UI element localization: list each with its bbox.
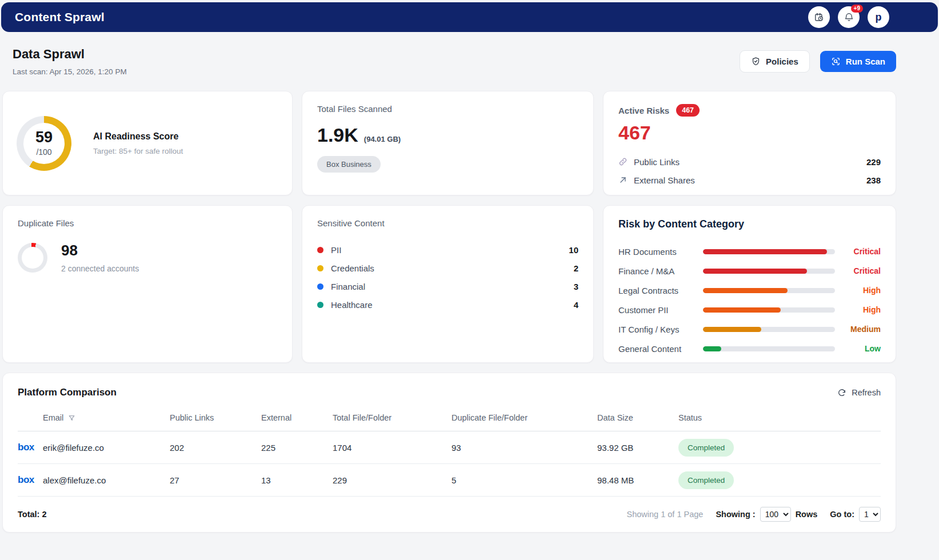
last-scan-text: Last scan: Apr 15, 2026, 1:20 PM bbox=[13, 67, 127, 76]
public-links-row: Public Links 229 bbox=[618, 153, 881, 171]
risk-label: Customer PII bbox=[618, 305, 703, 315]
active-risks-card: Active Risks 467 467 Public Links 229 bbox=[603, 91, 896, 195]
credentials-dot-icon bbox=[317, 265, 323, 271]
sensitive-item-healthcare: Healthcare 4 bbox=[317, 295, 578, 314]
risk-bar bbox=[703, 269, 835, 274]
goto-page-select[interactable]: 1 bbox=[859, 507, 881, 522]
refresh-label: Refresh bbox=[852, 388, 881, 397]
risk-row-finance: Finance / M&A Critical bbox=[618, 261, 881, 281]
risk-row-legal: Legal Contracts High bbox=[618, 281, 881, 300]
column-public-links: Public Links bbox=[170, 413, 261, 422]
risk-bar bbox=[703, 288, 835, 293]
run-scan-button[interactable]: Run Scan bbox=[820, 51, 896, 72]
duplicate-files-card: Duplicate Files 98 2 connected accounts bbox=[2, 205, 293, 363]
nav-actions: +9 p bbox=[808, 6, 889, 28]
public-links-value: 229 bbox=[866, 157, 881, 167]
avatar-initial: p bbox=[876, 11, 882, 23]
cell-total: 229 bbox=[333, 475, 451, 485]
sensitive-item-value: 4 bbox=[574, 300, 578, 310]
external-shares-label: External Shares bbox=[634, 175, 695, 185]
risk-label: Finance / M&A bbox=[618, 266, 703, 276]
link-icon bbox=[618, 157, 628, 166]
run-scan-label: Run Scan bbox=[846, 57, 885, 66]
page-info: Showing 1 of 1 Page bbox=[627, 510, 704, 519]
risk-label: General Content bbox=[618, 344, 703, 354]
platform-comparison-title: Platform Comparison bbox=[18, 387, 117, 398]
scan-icon bbox=[831, 57, 841, 66]
sensitive-item-label: PII bbox=[331, 245, 341, 255]
sensitive-content-card: Sensitive Content PII 10 Credentials 2 F… bbox=[302, 205, 594, 363]
status-badge: Completed bbox=[678, 471, 734, 489]
risk-bar bbox=[703, 327, 835, 332]
cell-duplicate: 5 bbox=[451, 475, 597, 485]
public-links-label: Public Links bbox=[634, 157, 680, 167]
page-header: Data Sprawl Last scan: Apr 15, 2026, 1:2… bbox=[2, 41, 896, 91]
sensitive-item-pii: PII 10 bbox=[317, 241, 578, 259]
sensitive-item-credentials: Credentials 2 bbox=[317, 259, 578, 277]
rows-label: Rows bbox=[796, 510, 818, 519]
sensitive-item-label: Financial bbox=[331, 282, 365, 291]
sensitive-item-value: 2 bbox=[574, 263, 578, 273]
goto-label: Go to: bbox=[830, 510, 854, 519]
cell-data-size: 98.48 MB bbox=[597, 475, 678, 485]
scheduler-button[interactable] bbox=[808, 6, 830, 28]
platform-comparison-card: Platform Comparison Refresh Email bbox=[2, 373, 896, 533]
cell-email: erik@filefuze.co bbox=[43, 443, 170, 453]
rows-per-page-select[interactable]: 100 bbox=[760, 507, 791, 522]
page-title: Data Sprawl bbox=[13, 47, 127, 62]
sensitive-item-financial: Financial 3 bbox=[317, 277, 578, 295]
ai-readiness-card: 59 /100 AI Readiness Score Target: 85+ f… bbox=[2, 91, 293, 195]
column-total-file-folder: Total File/Folder bbox=[333, 413, 451, 422]
risk-label: HR Documents bbox=[618, 247, 703, 257]
refresh-button[interactable]: Refresh bbox=[837, 388, 881, 397]
healthcare-dot-icon bbox=[317, 302, 323, 308]
risk-row-it-config: IT Config / Keys Medium bbox=[618, 319, 881, 339]
risk-category-title: Risk by Content Category bbox=[618, 218, 881, 230]
risk-severity: Critical bbox=[835, 266, 881, 275]
box-logo: box bbox=[18, 474, 34, 485]
shield-check-icon bbox=[751, 57, 761, 66]
total-files-title: Total Files Scanned bbox=[317, 104, 578, 114]
sensitive-item-value: 10 bbox=[569, 245, 578, 255]
ai-score-value: 59 bbox=[35, 130, 53, 145]
risk-bar bbox=[703, 249, 835, 254]
calendar-clock-icon bbox=[814, 12, 825, 23]
notification-badge: +9 bbox=[851, 5, 863, 13]
column-email: Email bbox=[43, 413, 63, 422]
cell-external: 225 bbox=[261, 443, 333, 453]
external-shares-value: 238 bbox=[866, 175, 881, 185]
policies-button[interactable]: Policies bbox=[740, 50, 810, 73]
column-external: External bbox=[261, 413, 333, 422]
sensitive-item-label: Credentials bbox=[331, 263, 374, 273]
column-duplicate-file-folder: Duplicate File/Folder bbox=[451, 413, 597, 422]
showing-label: Showing : bbox=[716, 510, 755, 519]
total-files-card: Total Files Scanned 1.9K (94.01 GB) Box … bbox=[302, 91, 594, 195]
refresh-icon bbox=[837, 388, 846, 397]
main-content: Data Sprawl Last scan: Apr 15, 2026, 1:2… bbox=[0, 32, 939, 533]
total-files-size: (94.01 GB) bbox=[364, 135, 401, 143]
cell-email: alex@filefuze.co bbox=[43, 475, 170, 485]
duplicate-files-donut bbox=[18, 243, 47, 273]
risk-severity: High bbox=[835, 286, 881, 295]
external-share-icon bbox=[618, 175, 628, 185]
risk-row-hr-documents: HR Documents Critical bbox=[618, 242, 881, 261]
external-shares-row: External Shares 238 bbox=[618, 171, 881, 189]
table-header-row: Email Public Links External Total File/F… bbox=[18, 413, 881, 431]
risk-bar bbox=[703, 346, 835, 351]
cell-duplicate: 93 bbox=[451, 443, 597, 453]
sensitive-item-value: 3 bbox=[574, 282, 578, 291]
risk-severity: High bbox=[835, 305, 881, 314]
table-row[interactable]: box alex@filefuze.co 27 13 229 5 98.48 M… bbox=[18, 464, 881, 497]
sensitive-content-title: Sensitive Content bbox=[317, 218, 578, 228]
table-row[interactable]: box erik@filefuze.co 202 225 1704 93 93.… bbox=[18, 431, 881, 464]
cell-external: 13 bbox=[261, 475, 333, 485]
platform-tag: Box Business bbox=[317, 156, 381, 173]
ai-readiness-title: AI Readiness Score bbox=[93, 131, 183, 142]
duplicate-files-value: 98 bbox=[61, 242, 139, 259]
cell-public-links: 27 bbox=[170, 475, 261, 485]
active-risks-title: Active Risks bbox=[618, 106, 669, 115]
notifications-button[interactable]: +9 bbox=[838, 6, 860, 28]
user-avatar[interactable]: p bbox=[868, 6, 889, 28]
filter-icon[interactable] bbox=[68, 414, 75, 422]
policies-label: Policies bbox=[766, 57, 798, 66]
